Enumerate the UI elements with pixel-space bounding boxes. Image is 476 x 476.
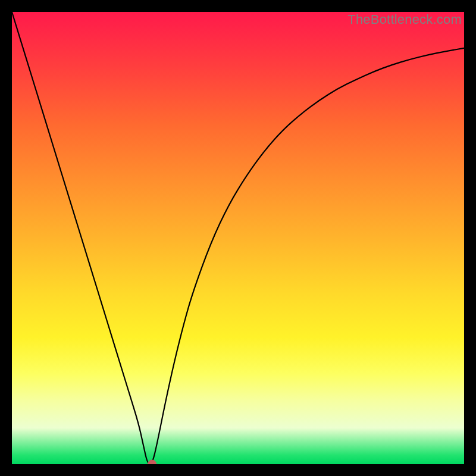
minimum-marker xyxy=(148,460,156,464)
bottleneck-curve xyxy=(12,12,464,464)
chart-frame: TheBottleneck.com xyxy=(0,0,476,476)
chart-svg xyxy=(12,12,464,464)
plot-area: TheBottleneck.com xyxy=(12,12,464,464)
attribution-watermark: TheBottleneck.com xyxy=(347,12,462,27)
